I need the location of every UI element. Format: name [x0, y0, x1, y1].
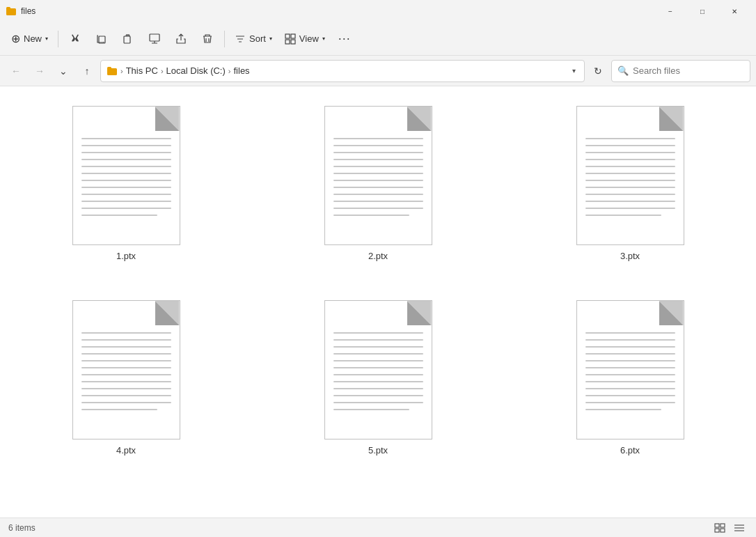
- doc-body: [324, 106, 432, 245]
- doc-fold: [659, 107, 684, 131]
- copy-button[interactable]: [89, 26, 114, 52]
- address-dropdown-button[interactable]: ▾: [569, 64, 578, 77]
- list-view-icon: [734, 523, 745, 533]
- file-icon: [72, 106, 180, 245]
- breadcrumb-sep-2: ›: [228, 67, 231, 75]
- svg-rect-5: [285, 40, 290, 44]
- grid-view-icon: [714, 523, 725, 533]
- doc-body: [576, 106, 684, 245]
- minimize-button[interactable]: −: [654, 0, 686, 22]
- recent-locations-button[interactable]: ⌄: [53, 61, 74, 81]
- svg-rect-10: [720, 529, 725, 532]
- delete-button[interactable]: [195, 26, 220, 52]
- forward-button[interactable]: →: [29, 61, 50, 81]
- breadcrumb-sep-0: ›: [120, 67, 123, 75]
- refresh-button[interactable]: ↻: [588, 61, 608, 81]
- up-button[interactable]: ↑: [77, 61, 97, 81]
- doc-body: [576, 300, 684, 439]
- breadcrumb-this-pc[interactable]: This PC: [126, 65, 158, 76]
- file-name: 4.ptx: [116, 445, 136, 456]
- back-button[interactable]: ←: [6, 61, 26, 81]
- breadcrumb-label-0: This PC: [126, 65, 158, 76]
- share-button[interactable]: [168, 26, 194, 52]
- breadcrumb-folder-icon: [107, 65, 118, 77]
- maximize-button[interactable]: □: [686, 0, 718, 22]
- search-box[interactable]: 🔍: [611, 60, 750, 82]
- svg-rect-9: [715, 529, 719, 532]
- address-bar-row: ← → ⌄ ↑ › This PC › Local Disk (C:) › fi…: [0, 56, 756, 86]
- toolbar: ⊕ New ▾: [0, 22, 756, 56]
- folder-icon: [6, 6, 17, 17]
- delete-icon: [202, 33, 213, 45]
- cut-button[interactable]: [63, 26, 88, 52]
- paste-button[interactable]: [116, 26, 141, 52]
- doc-lines: [333, 138, 423, 216]
- new-chevron-icon: ▾: [45, 36, 48, 42]
- status-item-count: 6 items: [8, 523, 36, 533]
- doc-body: [72, 106, 180, 245]
- breadcrumb-label-2: files: [234, 65, 250, 76]
- title-bar-controls: − □ ✕: [654, 0, 750, 22]
- toolbar-separator-2: [224, 31, 225, 47]
- file-item[interactable]: 4.ptx: [67, 295, 186, 461]
- breadcrumb-label-1: Local Disk (C:): [166, 65, 226, 76]
- file-name: 3.ptx: [620, 251, 640, 261]
- doc-body: [72, 300, 180, 439]
- status-view-buttons: [711, 521, 748, 535]
- svg-rect-8: [720, 524, 725, 527]
- title-bar-left: files: [6, 6, 36, 17]
- new-label: New: [24, 33, 42, 44]
- sort-icon: [235, 33, 246, 45]
- doc-lines: [585, 138, 675, 216]
- search-input[interactable]: [633, 65, 744, 76]
- breadcrumb-files[interactable]: files: [234, 65, 250, 76]
- main-content: 1.ptx: [0, 86, 756, 517]
- grid-view-button[interactable]: [711, 521, 728, 535]
- file-item[interactable]: 6.ptx: [571, 295, 690, 461]
- doc-lines: [585, 332, 675, 410]
- rename-icon: [149, 33, 160, 45]
- svg-rect-3: [285, 34, 290, 38]
- list-view-button[interactable]: [731, 521, 748, 535]
- doc-fold: [155, 107, 180, 131]
- file-item[interactable]: 1.ptx: [67, 100, 186, 267]
- sort-label: Sort: [249, 33, 266, 44]
- file-icon: [324, 106, 432, 245]
- rename-button[interactable]: [142, 26, 167, 52]
- close-button[interactable]: ✕: [718, 0, 750, 22]
- search-icon: 🔍: [617, 65, 629, 76]
- svg-rect-2: [150, 34, 159, 41]
- svg-rect-7: [715, 524, 719, 527]
- new-button[interactable]: ⊕ New ▾: [6, 26, 54, 52]
- file-item[interactable]: 5.ptx: [319, 295, 438, 461]
- view-icon: [285, 33, 296, 45]
- breadcrumb-sep-1: ›: [161, 67, 164, 75]
- breadcrumb-local-disk[interactable]: Local Disk (C:): [166, 65, 226, 76]
- doc-fold: [407, 301, 432, 325]
- file-name: 1.ptx: [116, 251, 136, 261]
- cut-icon: [70, 33, 81, 45]
- doc-body: [324, 300, 432, 439]
- file-icon: [576, 300, 684, 439]
- svg-rect-1: [124, 36, 130, 43]
- share-icon: [175, 33, 187, 45]
- svg-rect-6: [291, 40, 295, 44]
- file-item[interactable]: 2.ptx: [319, 100, 438, 267]
- copy-icon: [96, 33, 107, 45]
- doc-fold: [407, 107, 432, 131]
- sort-button[interactable]: Sort ▾: [229, 26, 278, 52]
- address-bar[interactable]: › This PC › Local Disk (C:) › files ▾: [100, 60, 585, 82]
- new-icon: ⊕: [11, 32, 20, 45]
- paste-icon: [123, 33, 134, 45]
- more-button[interactable]: ···: [332, 26, 357, 52]
- view-button[interactable]: View ▾: [279, 26, 331, 52]
- doc-fold: [155, 301, 180, 325]
- file-item[interactable]: 3.ptx: [571, 100, 690, 267]
- doc-lines: [81, 138, 171, 216]
- svg-rect-4: [291, 34, 295, 38]
- files-grid: 1.ptx: [21, 100, 735, 461]
- toolbar-separator-1: [58, 31, 58, 47]
- file-icon: [324, 300, 432, 439]
- status-bar: 6 items: [0, 517, 756, 537]
- file-icon: [72, 300, 180, 439]
